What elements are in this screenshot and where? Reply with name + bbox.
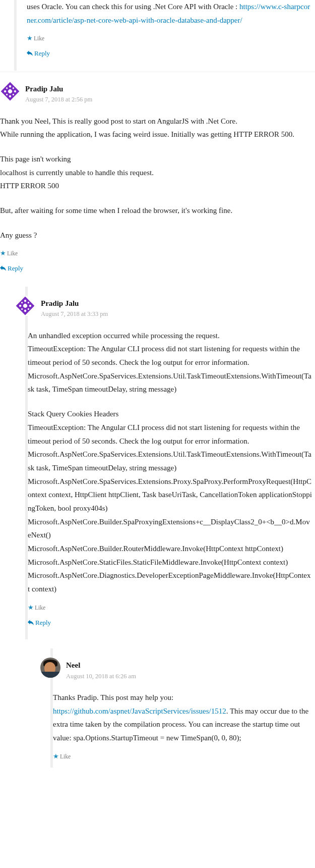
- comment-text: This page isn't working: [0, 152, 312, 166]
- comment-text: localhost is currently unable to handle …: [0, 166, 312, 180]
- comment-body: uses Oracle. You can check this for usin…: [27, 0, 312, 27]
- comment-footer: ★Like Reply: [28, 602, 312, 629]
- comment-link[interactable]: https://github.com/aspnet/JavaScriptServ…: [53, 707, 226, 715]
- comment-date[interactable]: August 7, 2018 at 2:56 pm: [25, 95, 312, 104]
- comment-text: Stack Query Cookies Headers: [28, 407, 312, 421]
- comment-text: Microsoft.AspNetCore.Builder.RouterMiddl…: [28, 542, 312, 556]
- comment-text: Microsoft.AspNetCore.Builder.SpaProxying…: [28, 515, 312, 542]
- comment-text: Microsoft.AspNetCore.Diagnostics.Develop…: [28, 569, 312, 595]
- comment-text: Microsoft.AspNetCore.SpaServices.Extensi…: [28, 448, 312, 474]
- star-icon: ★: [0, 249, 6, 257]
- comment-footer: ★Like: [53, 751, 312, 763]
- comment-text: uses Oracle. You can check this for usin…: [27, 3, 239, 11]
- comment-text: TimeoutException: The Angular CLI proces…: [28, 342, 312, 369]
- comment: Pradip Jalu August 7, 2018 at 2:56 pm Th…: [0, 72, 315, 278]
- comment-header: Pradip Jalu August 7, 2018 at 3:33 pm: [28, 287, 312, 319]
- comment-author[interactable]: Pradip Jalu: [25, 82, 312, 95]
- comment-body: Thank you Neel, This is really good post…: [0, 115, 312, 242]
- avatar: [40, 658, 60, 678]
- comment-text: Thank you Neel, This is really good post…: [0, 115, 312, 128]
- comment-author[interactable]: Neel: [66, 659, 312, 672]
- reply-button[interactable]: Reply: [28, 617, 312, 629]
- comment-text: Microsoft.AspNetCore.SpaServices.Extensi…: [28, 369, 312, 396]
- reply-icon: [0, 265, 6, 271]
- comment-footer: ★Like Reply: [0, 248, 312, 275]
- like-button[interactable]: ★Like: [28, 602, 312, 614]
- comment-text: Thanks Pradip. This post may help you:: [53, 693, 173, 701]
- reply-icon: [28, 620, 34, 625]
- comment-author[interactable]: Pradip Jalu: [41, 297, 312, 310]
- avatar: [0, 81, 20, 101]
- comment-footer: ★Like Reply: [27, 33, 312, 60]
- star-icon: ★: [28, 604, 34, 611]
- reply-button[interactable]: Reply: [0, 263, 312, 275]
- comment-date[interactable]: August 7, 2018 at 3:33 pm: [41, 310, 312, 319]
- like-button[interactable]: ★Like: [27, 33, 312, 44]
- reply-icon: [27, 50, 33, 56]
- comment-text: HTTP ERROR 500: [0, 179, 312, 193]
- comment-text: While running the application, I was fac…: [0, 128, 312, 141]
- comment-reply-partial: uses Oracle. You can check this for usin…: [14, 0, 315, 71]
- like-button[interactable]: ★Like: [53, 751, 312, 763]
- comment-text: Microsoft.AspNetCore.SpaServices.Extensi…: [28, 475, 312, 515]
- star-icon: ★: [27, 34, 33, 42]
- comment-text: Microsoft.AspNetCore.StaticFiles.StaticF…: [28, 556, 312, 569]
- comment-header: Pradip Jalu August 7, 2018 at 2:56 pm: [0, 72, 312, 104]
- avatar: [15, 296, 35, 316]
- comment-text: An unhandled exception occurred while pr…: [28, 329, 312, 343]
- comment-text: But, after waiting for some time when I …: [0, 204, 312, 218]
- star-icon: ★: [53, 752, 59, 760]
- comment-body: An unhandled exception occurred while pr…: [28, 329, 312, 596]
- comment-reply: Pradip Jalu August 7, 2018 at 3:33 pm An…: [25, 287, 315, 639]
- comment-date[interactable]: August 10, 2018 at 6:26 am: [66, 672, 312, 681]
- reply-button[interactable]: Reply: [27, 48, 312, 60]
- like-button[interactable]: ★Like: [0, 248, 312, 259]
- comment-body: Thanks Pradip. This post may help you: h…: [53, 691, 312, 745]
- comment-text: Any guess ?: [0, 229, 312, 242]
- comment-header: Neel August 10, 2018 at 6:26 am: [53, 648, 312, 681]
- comment-reply: Neel August 10, 2018 at 6:26 am Thanks P…: [50, 648, 315, 767]
- comment-text: TimeoutException: The Angular CLI proces…: [28, 421, 312, 448]
